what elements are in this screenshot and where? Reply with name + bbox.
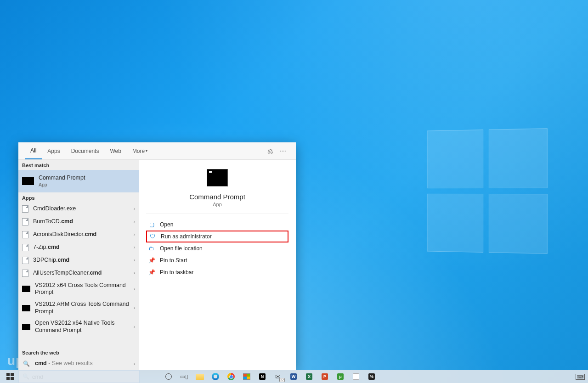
- result-label: CmdDloader.exe: [33, 205, 134, 213]
- tab-documents[interactable]: Documents: [66, 142, 105, 159]
- tab-web[interactable]: Web: [104, 142, 126, 159]
- chevron-right-icon: ›: [134, 245, 135, 250]
- result-label: 3DPChip.cmd: [33, 257, 134, 264]
- result-app-item[interactable]: BurnToCD.cmd›: [18, 215, 139, 228]
- rewards-icon[interactable]: ⚖: [264, 147, 277, 155]
- result-best-command-prompt[interactable]: Command Prompt App: [18, 170, 139, 192]
- chevron-right-icon: ›: [134, 324, 135, 329]
- tab-all[interactable]: All: [25, 142, 42, 159]
- shield-icon: 🛡: [149, 233, 156, 240]
- file-icon: [22, 244, 28, 251]
- svg-rect-2: [6, 377, 10, 380]
- terminal-icon: [22, 286, 30, 292]
- action-label: Open file location: [160, 245, 203, 252]
- result-label: AcronisDiskDirector.cmd: [33, 231, 134, 238]
- app-icon: N: [259, 373, 266, 380]
- action-pin-to-start[interactable]: 📌Pin to Start: [146, 254, 288, 266]
- result-app-item[interactable]: 7-Zip.cmd›: [18, 241, 139, 254]
- taskbar-mail[interactable]: ✉27: [270, 370, 286, 383]
- result-app-item[interactable]: Open VS2012 x64 Native Tools Command Pro…: [18, 317, 139, 336]
- results-list: Best match Command Prompt App Apps CmdDl…: [18, 160, 139, 370]
- chevron-right-icon: ›: [134, 270, 135, 276]
- file-icon: [22, 231, 28, 238]
- chevron-right-icon: ›: [134, 361, 135, 366]
- tab-apps[interactable]: Apps: [42, 142, 65, 159]
- mail-badge: 27: [279, 378, 285, 382]
- terminal-icon: [22, 324, 30, 330]
- panel-menu-icon[interactable]: ⋯: [277, 147, 289, 155]
- chrome-icon: [227, 373, 235, 380]
- task-view-button[interactable]: ▭▯: [176, 370, 192, 383]
- cortana-button[interactable]: [161, 370, 176, 383]
- tab-more[interactable]: More▾: [127, 142, 153, 159]
- store-icon: [243, 373, 250, 380]
- action-label: Pin to taskbar: [160, 269, 193, 276]
- taskbar-powerpoint[interactable]: P: [317, 370, 333, 383]
- result-app-item[interactable]: AcronisDiskDirector.cmd›: [18, 228, 139, 241]
- action-run-as-administrator[interactable]: 🛡Run as administrator: [146, 231, 288, 242]
- preview-pane: Command Prompt App ▢Open🛡Run as administ…: [139, 160, 296, 370]
- result-label: Open VS2012 x64 Native Tools Command Pro…: [35, 320, 134, 334]
- chevron-right-icon: ›: [134, 287, 135, 292]
- result-label: VS2012 x64 Cross Tools Command Prompt: [35, 282, 134, 296]
- result-web-search[interactable]: 🔍 cmd - See web results ›: [18, 357, 139, 370]
- result-app-item[interactable]: VS2012 ARM Cross Tools Command Prompt›: [18, 299, 139, 317]
- action-open[interactable]: ▢Open: [146, 219, 288, 231]
- windows-icon: [6, 373, 14, 380]
- preview-title: Command Prompt: [146, 193, 288, 201]
- taskbar-edge[interactable]: [208, 370, 223, 383]
- pin-icon: 📌: [148, 269, 155, 276]
- action-pin-to-taskbar[interactable]: 📌Pin to taskbar: [146, 266, 288, 278]
- taskbar-utorrent[interactable]: μ: [333, 370, 348, 383]
- file-icon: [22, 257, 28, 264]
- folder-icon: [196, 374, 204, 380]
- chevron-right-icon: ›: [134, 305, 135, 310]
- app-icon: %: [368, 373, 375, 380]
- start-search-panel: All Apps Documents Web More▾ ⚖ ⋯ Best ma…: [18, 142, 296, 370]
- terminal-icon: [22, 305, 30, 311]
- action-label: Run as administrator: [161, 233, 212, 240]
- preview-subtitle: App: [146, 202, 288, 207]
- file-icon: [22, 270, 28, 277]
- result-label: BurnToCD.cmd: [33, 218, 134, 225]
- svg-rect-3: [11, 377, 14, 380]
- excel-icon: X: [306, 373, 312, 380]
- taskbar-chrome[interactable]: [223, 370, 239, 383]
- svg-rect-0: [6, 373, 10, 376]
- taskbar-store[interactable]: [239, 370, 254, 383]
- section-web: Search the web: [18, 347, 139, 357]
- result-label: 7-Zip.cmd: [33, 244, 134, 251]
- result-label: VS2012 ARM Cross Tools Command Prompt: [35, 301, 134, 315]
- start-button[interactable]: [2, 370, 18, 383]
- chevron-right-icon: ›: [134, 232, 135, 237]
- search-tabs: All Apps Documents Web More▾ ⚖ ⋯: [18, 142, 296, 160]
- result-app-item[interactable]: 3DPChip.cmd›: [18, 254, 139, 267]
- pin-icon: 📌: [148, 257, 155, 264]
- preview-thumbnail: [207, 169, 228, 186]
- taskbar-file-explorer[interactable]: [192, 370, 208, 383]
- action-label: Pin to Start: [160, 257, 187, 264]
- section-apps: Apps: [18, 192, 139, 203]
- word-icon: W: [290, 373, 297, 380]
- taskbar-excel[interactable]: X: [301, 370, 317, 383]
- result-app-item[interactable]: AllUsersTempCleaner.cmd›: [18, 267, 139, 280]
- taskbar-app-dark[interactable]: %: [364, 370, 379, 383]
- taskbar-word[interactable]: W: [286, 370, 301, 383]
- result-app-item[interactable]: CmdDloader.exe›: [18, 203, 139, 215]
- taskbar-notion[interactable]: N: [254, 370, 270, 383]
- folder-icon: 🗀: [148, 245, 155, 252]
- taskbar: ▭▯ N ✉27 W X P μ % ⌨: [0, 370, 588, 383]
- section-best-match: Best match: [18, 160, 139, 170]
- file-icon: [22, 205, 28, 213]
- result-app-item[interactable]: VS2012 x64 Cross Tools Command Prompt›: [18, 280, 139, 299]
- result-subtitle: App: [39, 182, 135, 188]
- tray-input-indicator[interactable]: ⌨: [574, 370, 586, 383]
- app-icon: μ: [337, 373, 344, 380]
- action-open-file-location[interactable]: 🗀Open file location: [146, 242, 288, 254]
- taskbar-app[interactable]: [348, 370, 364, 383]
- chevron-right-icon: ›: [134, 206, 135, 211]
- result-label: AllUsersTempCleaner.cmd: [33, 270, 134, 277]
- edge-icon: [212, 373, 219, 380]
- chevron-right-icon: ›: [134, 219, 135, 224]
- result-title: Command Prompt: [39, 175, 135, 182]
